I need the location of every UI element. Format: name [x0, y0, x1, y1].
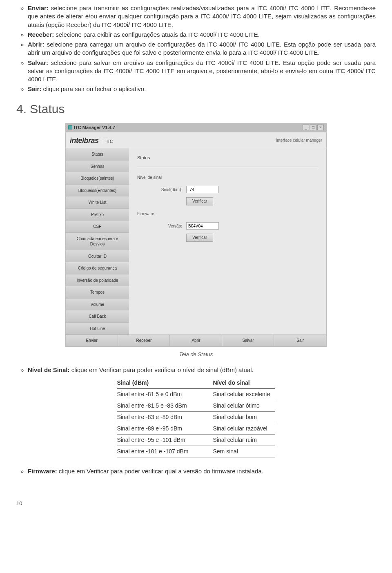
cell: Sinal celular excelente [213, 389, 275, 400]
window-controls: _ □ × [303, 125, 324, 130]
app-body: Status Senhas Bloqueios(saintes) Bloquei… [66, 148, 326, 334]
term-text: selecione para exibir as configurações a… [54, 31, 260, 38]
verify-firmware-button[interactable]: Verificar [186, 234, 213, 242]
term-text: clique para sair ou fechar o aplicativo. [41, 85, 146, 92]
cell: Sinal celular bom [213, 412, 275, 423]
sidebar-item-prefixo[interactable]: Prefixo [66, 209, 129, 221]
sidebar-item-csp[interactable]: CSP [66, 221, 129, 233]
term-text: clique em Verificar para poder verificar… [57, 468, 263, 475]
titlebar: ITC Manager V1.4.7 _ □ × [66, 123, 326, 132]
term-text: clique em Verificar para poder verificar… [70, 366, 254, 373]
cell: Sinal celular ótimo [213, 400, 275, 412]
foot-salvar[interactable]: Salvar [222, 335, 274, 346]
term: Enviar: [28, 4, 49, 11]
sidebar-item-volume[interactable]: Volume [66, 299, 129, 311]
section-heading: 4. Status [16, 101, 376, 118]
main-panel: Status Nível de sinal Sinal(dbm): Verifi… [129, 148, 326, 334]
cell: Sinal entre -101 e -107 dBm [117, 446, 213, 457]
term: Abrir: [28, 41, 45, 48]
sidebar-item-senhas[interactable]: Senhas [66, 161, 129, 173]
th-sinal: Sinal (dBm) [117, 377, 213, 388]
list-item: Enviar: selecione para transmitir as con… [28, 4, 376, 29]
cell: Sinal entre -83 e -89 dBm [117, 412, 213, 423]
foot-enviar[interactable]: Enviar [66, 335, 118, 346]
sidebar-item-status[interactable]: Status [66, 148, 129, 161]
brand-logo-text: intelbras [70, 136, 99, 145]
sidebar-item-bloqueios-saintes[interactable]: Bloqueios(saintes) [66, 172, 129, 185]
app-icon [68, 125, 72, 129]
row-versao: Versão: [154, 222, 318, 230]
signal-table: Sinal (dBm) Nível do sinal Sinal entre -… [117, 377, 275, 457]
label-versao: Versão: [154, 223, 182, 229]
app-header: intelbras ITC Interface celular manager [66, 132, 326, 148]
page-number: 10 [16, 500, 376, 507]
group-nivel-sinal: Nível de sinal [137, 175, 318, 181]
brand-logo-sub: ITC [103, 139, 113, 144]
table-header-row: Sinal (dBm) Nível do sinal [117, 377, 275, 388]
minimize-icon[interactable]: _ [303, 125, 309, 130]
input-versao[interactable] [186, 222, 219, 230]
brand-logo: intelbras ITC [70, 136, 113, 145]
term: Sair: [28, 85, 41, 92]
term-text: selecione para salvar em arquivo as conf… [28, 59, 376, 83]
sidebar-item-codigo-seguranca[interactable]: Código de segurança [66, 262, 129, 274]
panel-title: Status [137, 155, 318, 161]
nivel-sinal-note: Nível de Sinal: clique em Verificar para… [28, 366, 376, 374]
figure-caption: Tela de Status [16, 351, 376, 358]
cell: Sinal entre -81.5 e -83 dBm [117, 400, 213, 412]
sidebar-item-chamada-desvios[interactable]: Chamada em espera e Desvios [66, 233, 129, 250]
table-row: Sinal entre -95 e -101 dBmSinal celular … [117, 434, 275, 446]
sidebar-item-bloqueios-entrantes[interactable]: Bloqueios(Entrantes) [66, 185, 129, 197]
sidebar-item-hotline[interactable]: Hot Line [66, 323, 129, 335]
table-row: Sinal entre -81.5 e 0 dBmSinal celular e… [117, 389, 275, 400]
cell: Sinal celular razoável [213, 423, 275, 435]
table-row: Sinal entre -89 e -95 dBmSinal celular r… [117, 423, 275, 435]
maximize-icon[interactable]: □ [310, 125, 316, 130]
cell: Sinal entre -95 e -101 dBm [117, 434, 213, 446]
label-sinal: Sinal(dbm): [154, 187, 182, 193]
window-title-text: ITC Manager V1.4.7 [74, 125, 115, 131]
foot-receber[interactable]: Receber [118, 335, 170, 346]
term: Firmware: [28, 468, 57, 475]
list-item: Salvar: selecione para salvar em arquivo… [28, 59, 376, 84]
definition-list: Enviar: selecione para transmitir as con… [28, 4, 376, 94]
verify-sinal-button[interactable]: Verificar [186, 197, 213, 205]
close-icon[interactable]: × [317, 125, 324, 130]
header-tagline: Interface celular manager [276, 138, 322, 143]
input-sinal[interactable] [186, 186, 219, 193]
sidebar-item-ocultar-id[interactable]: Ocultar ID [66, 250, 129, 263]
term-text: selecione para transmitir as configuraçõ… [28, 4, 376, 28]
table-row: Sinal entre -101 e -107 dBmSem sinal [117, 446, 275, 457]
th-nivel: Nível do sinal [213, 377, 275, 388]
foot-abrir[interactable]: Abrir [170, 335, 222, 346]
table-row: Sinal entre -83 e -89 dBmSinal celular b… [117, 412, 275, 423]
firmware-note: Firmware: clique em Verificar para poder… [28, 467, 376, 475]
sidebar-item-whitelist[interactable]: White List [66, 196, 129, 209]
term-text: selecione para carregar um arquivo de co… [28, 41, 376, 56]
app-window: ITC Manager V1.4.7 _ □ × intelbras ITC I… [65, 123, 327, 347]
window-title: ITC Manager V1.4.7 [68, 125, 115, 131]
table-row: Sinal entre -81.5 e -83 dBmSinal celular… [117, 400, 275, 412]
cell: Sinal entre -81.5 e 0 dBm [117, 389, 213, 400]
sidebar-item-inversao-polaridade[interactable]: Inversão de polaridade [66, 274, 129, 287]
footer-toolbar: Enviar Receber Abrir Salvar Sair [66, 334, 326, 346]
list-item: Receber: selecione para exibir as config… [28, 31, 376, 39]
divider [137, 167, 318, 167]
list-item: Abrir: selecione para carregar um arquiv… [28, 40, 376, 57]
group-firmware: Firmware [137, 211, 318, 217]
row-sinal: Sinal(dbm): [154, 186, 318, 193]
cell: Sinal entre -89 e -95 dBm [117, 423, 213, 435]
sidebar: Status Senhas Bloqueios(saintes) Bloquei… [66, 148, 129, 334]
cell: Sinal celular ruim [213, 434, 275, 446]
term: Salvar: [28, 59, 48, 66]
cell: Sem sinal [213, 446, 275, 457]
sidebar-item-callback[interactable]: Call Back [66, 310, 129, 323]
sidebar-item-tempos[interactable]: Tempos [66, 286, 129, 299]
list-item: Sair: clique para sair ou fechar o aplic… [28, 85, 376, 93]
list-item: Nível de Sinal: clique em Verificar para… [28, 366, 376, 374]
foot-sair[interactable]: Sair [274, 335, 326, 346]
list-item: Firmware: clique em Verificar para poder… [28, 467, 376, 475]
term: Nível de Sinal: [28, 366, 70, 373]
term: Receber: [28, 31, 54, 38]
